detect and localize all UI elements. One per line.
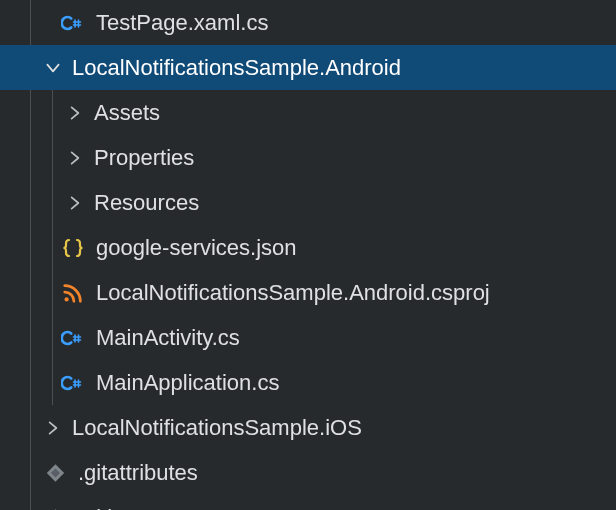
tree-item-label: Resources bbox=[94, 180, 199, 225]
chevron-right-icon[interactable] bbox=[42, 419, 64, 437]
tree-item-label: MainApplication.cs bbox=[96, 360, 279, 405]
tree-item-label: .gitattributes bbox=[78, 450, 198, 495]
svg-point-0 bbox=[64, 297, 68, 301]
json-icon bbox=[60, 236, 86, 260]
chevron-right-icon[interactable] bbox=[64, 194, 86, 212]
tree-item-label: Assets bbox=[94, 90, 160, 135]
tree-item-properties[interactable]: Properties bbox=[0, 135, 616, 180]
chevron-right-icon[interactable] bbox=[64, 104, 86, 122]
tree-item-main-activity[interactable]: MainActivity.cs bbox=[0, 315, 616, 360]
diamond-icon bbox=[42, 507, 68, 511]
diamond-icon bbox=[42, 462, 68, 484]
tree-item-label: google-services.json bbox=[96, 225, 297, 270]
rss-icon bbox=[60, 282, 86, 304]
cs-icon bbox=[60, 371, 86, 395]
file-tree: TestPage.xaml.csLocalNotificationsSample… bbox=[0, 0, 616, 510]
cs-icon bbox=[60, 326, 86, 350]
chevron-down-icon[interactable] bbox=[42, 59, 64, 77]
indent-guide bbox=[30, 90, 31, 510]
tree-item-label: LocalNotificationsSample.Android.csproj bbox=[96, 270, 490, 315]
tree-item-label: MainActivity.cs bbox=[96, 315, 240, 360]
tree-item-label: Properties bbox=[94, 135, 194, 180]
tree-item-ios-project[interactable]: LocalNotificationsSample.iOS bbox=[0, 405, 616, 450]
chevron-right-icon[interactable] bbox=[64, 149, 86, 167]
tree-item-label: .gitignore bbox=[78, 495, 169, 510]
tree-item-testpage-xaml-cs[interactable]: TestPage.xaml.cs bbox=[0, 0, 616, 45]
indent-guide bbox=[30, 0, 31, 45]
tree-item-google-services[interactable]: google-services.json bbox=[0, 225, 616, 270]
tree-item-assets[interactable]: Assets bbox=[0, 90, 616, 135]
tree-item-android-project[interactable]: LocalNotificationsSample.Android bbox=[0, 45, 616, 90]
tree-item-gitattributes[interactable]: .gitattributes bbox=[0, 450, 616, 495]
tree-item-gitignore[interactable]: .gitignore bbox=[0, 495, 616, 510]
tree-item-label: TestPage.xaml.cs bbox=[96, 0, 268, 45]
tree-item-android-csproj[interactable]: LocalNotificationsSample.Android.csproj bbox=[0, 270, 616, 315]
tree-item-label: LocalNotificationsSample.iOS bbox=[72, 405, 362, 450]
indent-guide bbox=[52, 90, 53, 405]
tree-item-main-application[interactable]: MainApplication.cs bbox=[0, 360, 616, 405]
tree-item-label: LocalNotificationsSample.Android bbox=[72, 45, 401, 90]
cs-icon bbox=[60, 11, 86, 35]
tree-item-resources[interactable]: Resources bbox=[0, 180, 616, 225]
